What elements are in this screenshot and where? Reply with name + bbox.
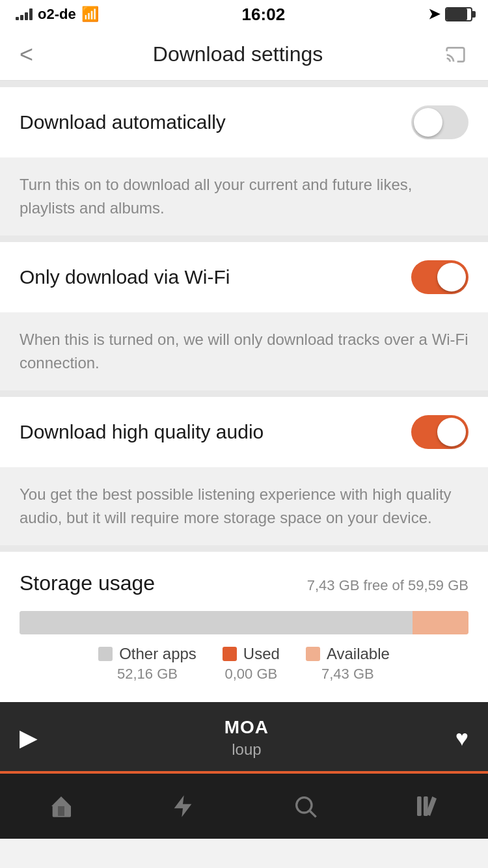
svg-rect-4 xyxy=(417,796,422,816)
signal-bars-icon xyxy=(16,8,33,20)
status-time: 16:02 xyxy=(242,5,286,25)
flash-icon xyxy=(170,793,196,819)
nav-item-flash[interactable] xyxy=(157,787,209,826)
player-track-title: MOA xyxy=(224,717,269,738)
description-text-download-automatically: Turn this on to download all your curren… xyxy=(20,173,468,220)
legend-dot-available xyxy=(306,647,320,661)
status-left: o2-de 📶 xyxy=(16,6,99,23)
player-bar: ▶ MOA loup ♥ xyxy=(0,702,488,774)
storage-legend: Other apps 52,16 GB Used 0,00 GB Availab… xyxy=(20,645,468,689)
library-icon xyxy=(414,793,440,819)
description-high-quality: You get the best possible listening expe… xyxy=(0,467,488,545)
separator-1 xyxy=(0,236,488,242)
legend-value-other-apps: 52,16 GB xyxy=(117,666,178,683)
svg-line-3 xyxy=(310,811,316,817)
legend-dot-other-apps xyxy=(98,647,113,661)
description-wifi-only: When this is turned on, we will only dow… xyxy=(0,312,488,390)
carrier-label: o2-de xyxy=(38,6,76,23)
legend-value-used: 0,00 GB xyxy=(225,666,278,683)
nav-item-search[interactable] xyxy=(279,787,331,826)
toggle-wifi-only[interactable] xyxy=(411,260,468,294)
separator-2 xyxy=(0,390,488,397)
setting-label-download-automatically: Download automatically xyxy=(20,111,226,133)
legend-item-available: Available 7,43 GB xyxy=(306,645,390,683)
status-right: ➤ xyxy=(428,6,472,23)
heart-button[interactable]: ♥ xyxy=(455,726,468,751)
legend-item-used: Used 0,00 GB xyxy=(223,645,280,683)
setting-row-download-automatically: Download automatically xyxy=(0,87,488,157)
nav-bar: < Download settings xyxy=(0,29,488,81)
nav-item-home[interactable] xyxy=(35,787,87,826)
wifi-icon: 📶 xyxy=(81,6,99,23)
player-info: MOA loup xyxy=(224,717,269,759)
toggle-thumb xyxy=(414,108,442,137)
back-button[interactable]: < xyxy=(20,41,33,68)
toggle-download-automatically[interactable] xyxy=(411,105,468,139)
player-track-artist: loup xyxy=(224,740,269,759)
status-bar: o2-de 📶 16:02 ➤ xyxy=(0,0,488,29)
svg-marker-1 xyxy=(174,795,192,817)
description-download-automatically: Turn this on to download all your curren… xyxy=(0,157,488,236)
storage-bar-other xyxy=(20,611,413,634)
legend-label-used: Used xyxy=(243,645,280,663)
legend-value-available: 7,43 GB xyxy=(321,666,374,683)
location-icon: ➤ xyxy=(428,6,440,23)
separator-3 xyxy=(0,545,488,552)
page-title: Download settings xyxy=(153,42,323,66)
storage-header: Storage usage 7,43 GB free of 59,59 GB xyxy=(20,571,468,595)
svg-point-2 xyxy=(296,798,311,813)
legend-label-available: Available xyxy=(327,645,390,663)
legend-dot-used xyxy=(223,647,237,661)
search-icon xyxy=(292,793,318,819)
play-button[interactable]: ▶ xyxy=(20,724,38,752)
battery-icon xyxy=(445,7,472,21)
cast-button[interactable] xyxy=(442,44,468,65)
nav-item-library[interactable] xyxy=(401,787,453,826)
setting-row-high-quality: Download high quality audio xyxy=(0,397,488,467)
toggle-thumb-hq xyxy=(437,418,466,446)
storage-section: Storage usage 7,43 GB free of 59,59 GB O… xyxy=(0,552,488,702)
legend-item-other-apps: Other apps 52,16 GB xyxy=(98,645,197,683)
storage-bar xyxy=(20,611,468,634)
setting-label-wifi-only: Only download via Wi-Fi xyxy=(20,266,230,288)
storage-free-text: 7,43 GB free of 59,59 GB xyxy=(307,577,468,594)
top-separator xyxy=(0,81,488,87)
storage-bar-available xyxy=(413,611,468,634)
home-icon xyxy=(48,793,74,819)
setting-row-wifi-only: Only download via Wi-Fi xyxy=(0,242,488,312)
storage-title: Storage usage xyxy=(20,571,155,595)
toggle-high-quality[interactable] xyxy=(411,415,468,449)
legend-label-other-apps: Other apps xyxy=(119,645,197,663)
toggle-thumb-wifi xyxy=(437,263,466,292)
bottom-nav xyxy=(0,774,488,839)
description-text-high-quality: You get the best possible listening expe… xyxy=(20,483,468,530)
description-text-wifi-only: When this is turned on, we will only dow… xyxy=(20,328,468,375)
setting-label-high-quality: Download high quality audio xyxy=(20,421,264,443)
